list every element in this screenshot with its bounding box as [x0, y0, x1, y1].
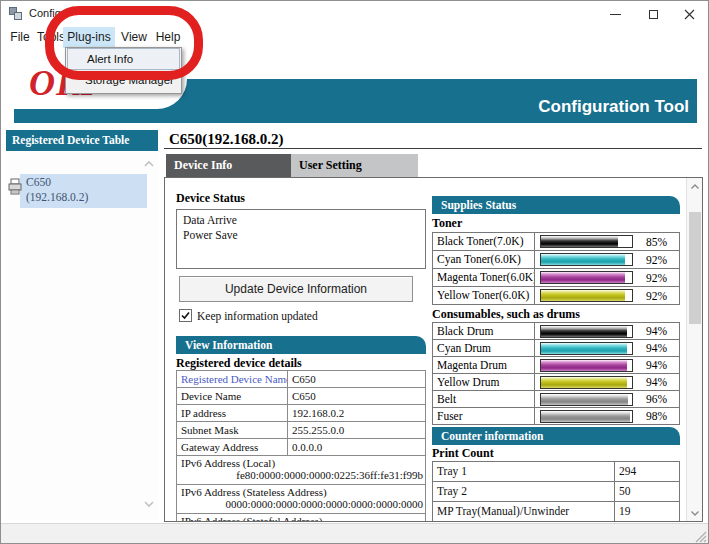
device-detail-row: Device NameC650: [177, 388, 425, 405]
gauge-bar: [535, 325, 633, 338]
gauge-fill: [541, 326, 627, 337]
keep-information-updated-label: Keep information updated: [197, 310, 318, 322]
menubar-item-view[interactable]: View: [117, 27, 151, 48]
gauge-track: [540, 393, 633, 406]
gauge-bar: [535, 393, 633, 406]
device-detail-row-ipv6: IPv6 Address (Stateless Address)0000:000…: [177, 485, 425, 514]
resize-grip[interactable]: [694, 530, 707, 543]
gauge-bar: [535, 289, 633, 302]
gauge-bar: [535, 410, 633, 423]
detail-value: 0000:0000:0000:0000:0000:0000:0000:0000: [177, 498, 425, 510]
detail-value: C650: [288, 371, 425, 387]
menubar-item-help[interactable]: Help: [151, 27, 185, 48]
gauge-fill: [541, 343, 627, 354]
app-icon: [9, 7, 23, 21]
scroll-down-button[interactable]: [687, 504, 703, 521]
titlebar: Config: [1, 1, 708, 27]
gauge-bar: [535, 253, 633, 266]
counter-value: 19: [615, 502, 679, 521]
gauge-track: [540, 376, 633, 389]
gauge-percent: 94%: [633, 376, 679, 388]
gauge-bar: [535, 271, 633, 284]
check-icon: [180, 310, 191, 321]
print-count-row: Tray 250: [433, 482, 679, 502]
gauge-fill: [541, 394, 628, 405]
gauge-percent: 98%: [633, 410, 679, 422]
detail-label: Gateway Address: [177, 439, 288, 455]
device-detail-row: Registered Device NameC650: [177, 371, 425, 388]
gauge-bar: [535, 342, 633, 355]
detail-value: 192.168.0.2: [288, 405, 425, 421]
device-list-item[interactable]: C650(192.168.0.2): [6, 174, 147, 208]
detail-label: IPv6 Address (Local): [177, 456, 425, 469]
detail-label: Registered Device Name: [177, 371, 288, 387]
device-name: C650: [26, 175, 88, 190]
toner-gauge-row: Yellow Toner(6.0K)92%: [433, 287, 679, 305]
keep-information-updated-checkbox[interactable]: [179, 309, 192, 322]
counter-value: 294: [615, 462, 679, 481]
consumables-table: Black Drum94%Cyan Drum94%Magenta Drum94%…: [432, 322, 680, 425]
view-information-header: View Information: [176, 336, 426, 354]
page-title: C650(192.168.0.2): [169, 131, 284, 148]
gauge-label: Cyan Toner(6.0K): [433, 251, 535, 268]
gauge-track: [540, 359, 633, 372]
tab-device-info[interactable]: Device Info: [166, 154, 291, 177]
window-title: Config: [29, 7, 61, 19]
tab-user-setting[interactable]: User Setting: [291, 154, 418, 177]
consumable-gauge-row: Cyan Drum94%: [433, 340, 679, 357]
minimize-button[interactable]: [598, 1, 632, 27]
device-detail-row-ipv6: IPv6 Address (Stateful Address): [177, 514, 425, 522]
counter-label: Tray 1: [433, 462, 615, 481]
gauge-fill: [541, 360, 627, 371]
menubar-item-file[interactable]: File: [6, 27, 34, 48]
maximize-button[interactable]: [636, 1, 670, 27]
counter-value: 50: [615, 482, 679, 501]
chevron-down-icon: [690, 509, 700, 517]
gauge-bar: [535, 376, 633, 389]
app-window: Config FileToolsPlug-insViewHelp OKI Con…: [0, 0, 709, 544]
plugins-dropdown-menu: Alert InfoStorage Manager: [65, 47, 182, 94]
content-scrollbar[interactable]: [686, 178, 702, 521]
device-label: C650(192.168.0.2): [26, 175, 88, 205]
scrollbar-thumb[interactable]: [689, 212, 701, 324]
menubar-item-plug-ins[interactable]: Plug-ins: [63, 27, 115, 48]
device-status-box: Data ArrivePower Save: [176, 209, 426, 269]
scroll-up-button[interactable]: [687, 178, 703, 195]
gauge-track: [540, 342, 633, 355]
title-divider: [164, 148, 702, 149]
sidebar-scroll-up-icon[interactable]: [143, 159, 155, 169]
gauge-label: Belt: [433, 391, 535, 407]
maximize-icon: [649, 10, 658, 19]
update-device-information-button[interactable]: Update Device Information: [179, 276, 413, 302]
gauge-track: [540, 410, 633, 423]
gauge-label: Yellow Toner(6.0K): [433, 287, 535, 304]
statusbar: [1, 523, 708, 544]
close-icon: [684, 9, 695, 20]
toner-gauge-row: Magenta Toner(6.0K)92%: [433, 269, 679, 287]
sidebar-scroll-down-icon[interactable]: [143, 499, 155, 509]
gauge-fill: [541, 377, 627, 388]
device-ip: (192.168.0.2): [26, 190, 88, 205]
gauge-label: Magenta Toner(6.0K): [433, 269, 535, 286]
gauge-label: Black Toner(7.0K): [433, 233, 535, 250]
device-details-table: Registered Device NameC650Device NameC65…: [176, 370, 426, 522]
gauge-track: [540, 289, 633, 302]
menu-item-storage-manager[interactable]: Storage Manager: [66, 70, 181, 92]
detail-label: IP address: [177, 405, 288, 421]
gauge-label: Yellow Drum: [433, 374, 535, 390]
banner-title: Configuration Tool: [538, 97, 689, 117]
registered-device-details-heading: Registered device details: [176, 357, 426, 370]
gauge-percent: 92%: [633, 254, 679, 266]
gauge-label: Cyan Drum: [433, 340, 535, 356]
gauge-bar: [535, 359, 633, 372]
close-button[interactable]: [672, 1, 706, 27]
status-message: Power Save: [183, 228, 419, 243]
toner-table: Black Toner(7.0K)85%Cyan Toner(6.0K)92%M…: [432, 232, 680, 305]
print-count-row: MP Tray(Manual)/Unwinder19: [433, 502, 679, 522]
consumable-gauge-row: Belt96%: [433, 391, 679, 408]
gauge-fill: [541, 411, 630, 422]
detail-value: C650: [288, 388, 425, 404]
gauge-fill: [541, 290, 625, 301]
detail-value: fe80:0000:0000:0000:0225:36ff:fe31:f99b: [177, 469, 425, 481]
menu-item-alert-info[interactable]: Alert Info: [67, 48, 180, 70]
